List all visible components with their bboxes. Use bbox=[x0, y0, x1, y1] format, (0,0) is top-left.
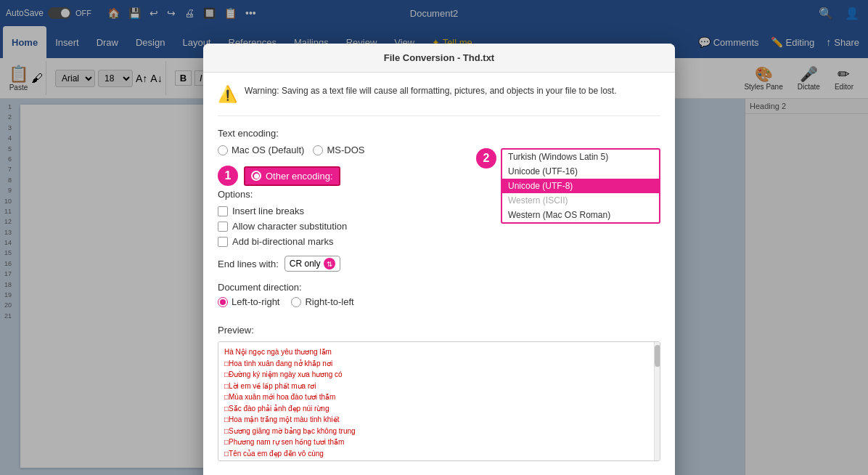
encoding-list-container: Turkish (Windows Latin 5) Unicode (UTF-1… bbox=[501, 148, 660, 224]
step2-badge: 2 bbox=[476, 148, 496, 169]
text-encoding-label: Text encoding: bbox=[218, 128, 464, 139]
encoding-item-utf8[interactable]: Unicode (UTF-8) bbox=[502, 179, 659, 193]
other-encoding-row: 1 Other encoding: bbox=[218, 166, 464, 186]
right-to-left-radio[interactable] bbox=[291, 297, 301, 307]
options-section: Options: Insert line breaks Allow charac… bbox=[218, 189, 464, 247]
scrollbar-track[interactable] bbox=[654, 342, 660, 460]
end-lines-dropdown[interactable]: CR only ⇅ bbox=[284, 256, 340, 272]
dialog-title-bar: File Conversion - Thd.txt bbox=[203, 44, 675, 73]
right-to-left-label: Right-to-left bbox=[305, 296, 353, 307]
preview-box[interactable]: Hà Nội ngọc ngà yêu thương lắm □Hoa tình… bbox=[218, 341, 660, 461]
preview-label: Preview: bbox=[218, 325, 660, 336]
dialog-title: File Conversion - Thd.txt bbox=[384, 52, 494, 63]
encoding-list: Turkish (Windows Latin 5) Unicode (UTF-1… bbox=[502, 150, 659, 222]
encoding-item-western-iscii[interactable]: Western (ISCII) bbox=[502, 193, 659, 208]
direction-row: Left-to-right Right-to-left bbox=[218, 296, 464, 307]
preview-text: Hà Nội ngọc ngà yêu thương lắm □Hoa tình… bbox=[224, 346, 654, 461]
msdos-option[interactable]: MS-DOS bbox=[313, 145, 364, 155]
warning-bar: ⚠️ Warning: Saving as a text file will c… bbox=[218, 84, 660, 116]
dialog-body: ⚠️ Warning: Saving as a text file will c… bbox=[203, 73, 675, 475]
encoding-options-section: Text encoding: Mac OS (Default) MS-DOS bbox=[218, 128, 464, 316]
file-conversion-dialog: File Conversion - Thd.txt ⚠️ Warning: Sa… bbox=[203, 44, 675, 475]
options-label: Options: bbox=[218, 189, 464, 200]
mac-os-option[interactable]: Mac OS (Default) bbox=[218, 145, 304, 155]
msdos-label: MS-DOS bbox=[327, 145, 364, 155]
end-lines-value: CR only bbox=[290, 259, 321, 269]
warning-icon: ⚠️ bbox=[218, 85, 237, 104]
warning-text: Warning: Saving as a text file will caus… bbox=[245, 84, 616, 97]
other-encoding-option[interactable]: Other encoding: bbox=[244, 166, 340, 186]
add-bidi-marks-label: Add bi-directional marks bbox=[232, 236, 333, 247]
allow-char-sub-label: Allow character substitution bbox=[232, 221, 347, 232]
step1-badge: 1 bbox=[218, 166, 238, 186]
preview-section: Preview: Hà Nội ngọc ngà yêu thương lắm … bbox=[218, 325, 660, 461]
left-to-right-radio[interactable] bbox=[218, 297, 228, 307]
encoding-radio-row: Mac OS (Default) MS-DOS bbox=[218, 145, 464, 155]
other-encoding-label: Other encoding: bbox=[266, 171, 333, 182]
scrollbar-thumb[interactable] bbox=[655, 345, 660, 367]
encoding-item-utf16[interactable]: Unicode (UTF-16) bbox=[502, 164, 659, 179]
encoding-item-western-mac[interactable]: Western (Mac OS Roman) bbox=[502, 208, 659, 222]
direction-section: Document direction: Left-to-right Right-… bbox=[218, 280, 464, 307]
allow-char-sub-checkbox[interactable] bbox=[218, 222, 228, 232]
mac-os-radio[interactable] bbox=[218, 145, 228, 155]
direction-label: Document direction: bbox=[218, 282, 302, 293]
encoding-list-section: 2 Turkish (Windows Latin 5) Unicode (UTF… bbox=[476, 148, 660, 224]
option-add-bidi-marks: Add bi-directional marks bbox=[218, 236, 464, 247]
option-insert-line-breaks: Insert line breaks bbox=[218, 206, 464, 216]
left-to-right-option[interactable]: Left-to-right bbox=[218, 296, 279, 307]
end-lines-label: End lines with: bbox=[218, 259, 279, 269]
left-to-right-label: Left-to-right bbox=[232, 296, 279, 307]
add-bidi-marks-checkbox[interactable] bbox=[218, 237, 228, 247]
encoding-item-turkish[interactable]: Turkish (Windows Latin 5) bbox=[502, 150, 659, 164]
other-encoding-radio[interactable] bbox=[251, 171, 261, 181]
mac-os-label: Mac OS (Default) bbox=[232, 145, 304, 155]
end-lines-section: End lines with: CR only ⇅ bbox=[218, 256, 464, 272]
insert-line-breaks-label: Insert line breaks bbox=[232, 206, 304, 216]
right-to-left-option[interactable]: Right-to-left bbox=[291, 296, 353, 307]
msdos-radio[interactable] bbox=[313, 145, 323, 155]
insert-line-breaks-checkbox[interactable] bbox=[218, 206, 228, 216]
option-allow-char-sub: Allow character substitution bbox=[218, 221, 464, 232]
dropdown-icon: ⇅ bbox=[324, 258, 335, 269]
